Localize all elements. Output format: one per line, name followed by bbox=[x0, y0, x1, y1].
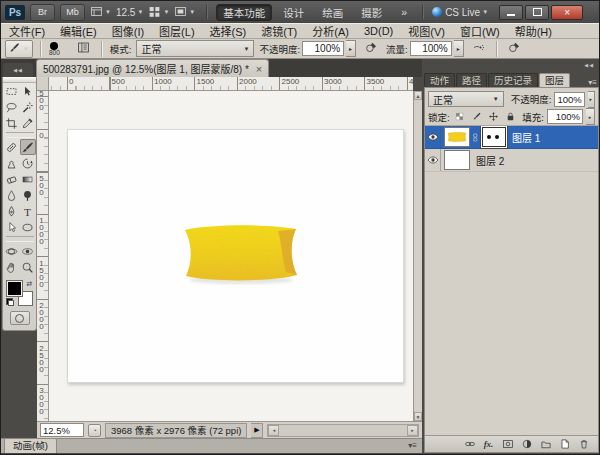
workspace-button[interactable]: 绘画 bbox=[315, 4, 350, 21]
document-tab[interactable]: 500283791.jpg @ 12.5%(图层 1, 图层蒙版/8) * × bbox=[36, 59, 269, 77]
lock-all-icon[interactable] bbox=[504, 110, 517, 123]
vertical-scrollbar[interactable]: ▲ ▼ bbox=[413, 91, 422, 421]
new-group-button[interactable] bbox=[539, 438, 552, 451]
panel-tab-1[interactable]: 路径 bbox=[456, 73, 487, 87]
layer-visibility-toggle[interactable] bbox=[425, 149, 441, 171]
tool-preset-picker[interactable]: ▼ bbox=[5, 40, 33, 58]
opacity-slider-button[interactable]: ▸ bbox=[346, 40, 356, 57]
horizontal-ruler[interactable]: 05001000150020002500300035004000 bbox=[49, 77, 413, 91]
eyedropper-tool[interactable] bbox=[20, 115, 36, 131]
mask-link-icon[interactable] bbox=[470, 133, 480, 142]
opacity-input[interactable]: 100% bbox=[302, 41, 344, 56]
brush-tool[interactable] bbox=[20, 139, 36, 155]
lock-pixels-icon[interactable] bbox=[470, 110, 483, 123]
blend-mode-select[interactable]: 正常▼ bbox=[136, 40, 254, 57]
new-layer-button[interactable] bbox=[558, 438, 571, 451]
zoom-percent-input[interactable]: 12.5% bbox=[40, 423, 84, 437]
menu-item-10[interactable]: 帮助(H) bbox=[515, 23, 552, 39]
menu-item-1[interactable]: 编辑(E) bbox=[60, 23, 97, 39]
scroll-up-icon[interactable]: ▲ bbox=[414, 91, 422, 100]
layer-thumbnail[interactable] bbox=[444, 150, 470, 170]
lock-transparency-icon[interactable] bbox=[453, 110, 466, 123]
document-canvas[interactable] bbox=[67, 129, 404, 383]
mini-bridge-button[interactable]: Mb bbox=[60, 4, 85, 21]
minimize-button[interactable] bbox=[499, 5, 523, 20]
arrange-documents-button[interactable]: ▼ bbox=[148, 5, 169, 20]
blur-tool[interactable] bbox=[4, 187, 20, 203]
panel-menu-icon[interactable]: ▾≡ bbox=[586, 78, 599, 87]
layer-row[interactable]: 图层 2 bbox=[425, 149, 598, 172]
flow-input[interactable]: 100% bbox=[410, 41, 452, 56]
airbrush-button[interactable] bbox=[469, 40, 489, 58]
lock-position-icon[interactable] bbox=[487, 110, 500, 123]
layer-effects-button[interactable]: fx. bbox=[482, 438, 495, 451]
shape-tool[interactable] bbox=[20, 219, 36, 235]
menu-item-3[interactable]: 图层(L) bbox=[159, 23, 194, 39]
dodge-tool[interactable] bbox=[20, 187, 36, 203]
horizontal-scrollbar[interactable]: ◂ ▸ bbox=[267, 424, 419, 437]
layer-visibility-toggle[interactable] bbox=[425, 126, 441, 148]
adjustment-layer-button[interactable] bbox=[520, 438, 533, 451]
quick-selection-tool[interactable] bbox=[20, 99, 36, 115]
menu-item-8[interactable]: 视图(V) bbox=[408, 23, 445, 39]
foreground-color-swatch[interactable] bbox=[6, 280, 23, 297]
scroll-down-icon[interactable]: ▼ bbox=[414, 412, 422, 421]
panel-tab-0[interactable]: 动作 bbox=[424, 73, 455, 87]
ruler-corner[interactable] bbox=[37, 77, 49, 91]
add-mask-button[interactable] bbox=[501, 438, 514, 451]
view-extras-button[interactable]: ▼ bbox=[90, 5, 111, 20]
document-close-icon[interactable]: × bbox=[256, 64, 262, 74]
spot-healing-brush-tool[interactable] bbox=[4, 139, 20, 155]
menu-item-9[interactable]: 窗口(W) bbox=[460, 23, 500, 39]
close-button[interactable]: × bbox=[551, 5, 583, 20]
zoom-tool[interactable] bbox=[20, 259, 36, 275]
crop-tool[interactable] bbox=[4, 115, 20, 131]
brush-picker[interactable]: 800 ▼ bbox=[49, 42, 69, 56]
layer-opacity-input[interactable]: 100% bbox=[554, 92, 584, 107]
link-layers-button[interactable] bbox=[463, 438, 476, 451]
path-selection-tool[interactable] bbox=[4, 219, 20, 235]
workspace-overflow-button[interactable]: » bbox=[394, 5, 414, 19]
menu-item-2[interactable]: 图像(I) bbox=[112, 23, 144, 39]
workspace-button[interactable]: 基本功能 bbox=[216, 4, 272, 21]
layer-fill-input[interactable]: 100% bbox=[547, 109, 583, 124]
dock-collapse-button[interactable]: ◀◀ bbox=[584, 62, 594, 68]
layer-fill-slider-button[interactable]: ▸ bbox=[586, 108, 595, 125]
clone-stamp-tool[interactable] bbox=[4, 155, 20, 171]
delete-layer-button[interactable] bbox=[577, 438, 590, 451]
menu-item-0[interactable]: 文件(F) bbox=[9, 23, 45, 39]
scroll-right-icon[interactable]: ▸ bbox=[407, 425, 418, 436]
tablet-opacity-button[interactable] bbox=[361, 40, 381, 58]
eraser-tool[interactable] bbox=[4, 171, 20, 187]
scroll-left-icon[interactable]: ◂ bbox=[268, 425, 279, 436]
restore-button[interactable] bbox=[525, 5, 549, 20]
gradient-tool[interactable] bbox=[20, 171, 36, 187]
status-popup-button[interactable]: ▶ bbox=[251, 423, 263, 438]
canvas-viewport[interactable] bbox=[49, 91, 413, 421]
move-tool[interactable] bbox=[20, 83, 36, 99]
toggle-brush-panel-button[interactable] bbox=[74, 40, 94, 58]
animation-panel-menu-icon[interactable]: ▾≡ bbox=[408, 439, 417, 453]
workspace-button[interactable]: 摄影 bbox=[354, 4, 389, 21]
type-tool[interactable]: T bbox=[20, 203, 36, 219]
layer-row[interactable]: 图层 1 bbox=[425, 126, 598, 149]
layer-opacity-slider-button[interactable]: ▸ bbox=[588, 91, 595, 108]
cs-live-button[interactable]: CS Live▼ bbox=[432, 7, 488, 18]
menu-item-7[interactable]: 3D(D) bbox=[364, 25, 393, 37]
rectangular-marquee-tool[interactable] bbox=[4, 83, 20, 99]
toolbox-collapse-button[interactable]: ◀◀ bbox=[3, 63, 33, 77]
animation-tab[interactable]: 动画(帧) bbox=[4, 438, 57, 453]
quick-mask-button[interactable] bbox=[10, 311, 30, 325]
lasso-tool[interactable] bbox=[4, 99, 20, 115]
layer-mask-thumbnail[interactable] bbox=[482, 127, 506, 147]
bridge-button[interactable]: Br bbox=[30, 4, 55, 21]
menu-item-6[interactable]: 分析(A) bbox=[312, 23, 349, 39]
tablet-size-button[interactable] bbox=[505, 40, 525, 58]
menu-item-5[interactable]: 滤镜(T) bbox=[261, 23, 297, 39]
layer-blend-mode-select[interactable]: 正常▼ bbox=[428, 91, 504, 107]
flow-slider-button[interactable]: ▸ bbox=[454, 40, 464, 57]
3d-rotate-tool[interactable] bbox=[4, 243, 20, 259]
hand-tool[interactable] bbox=[4, 259, 20, 275]
history-brush-tool[interactable] bbox=[20, 155, 36, 171]
default-colors-icon[interactable] bbox=[6, 298, 14, 306]
